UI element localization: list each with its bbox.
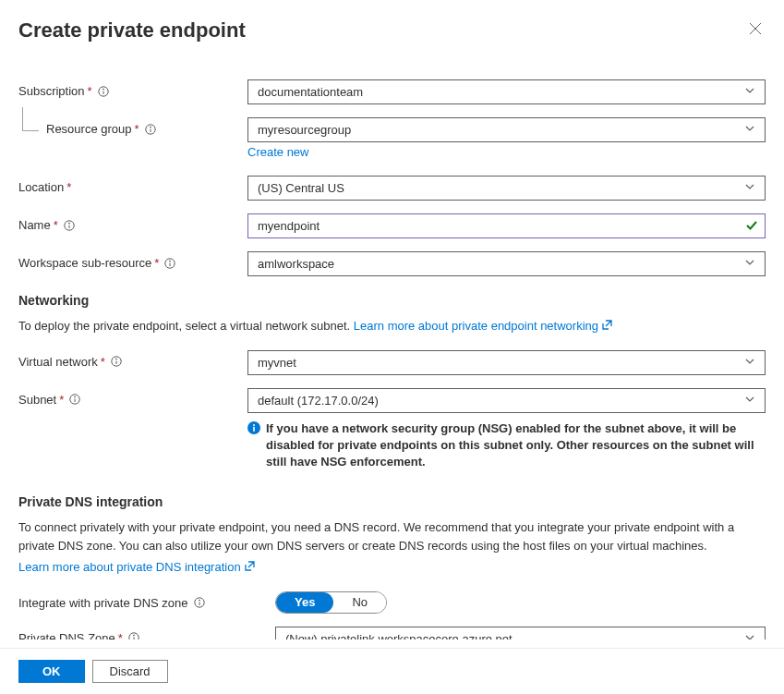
networking-section-title: Networking	[18, 293, 766, 308]
required-indicator: *	[118, 631, 123, 639]
toggle-yes[interactable]: Yes	[276, 592, 333, 613]
info-icon[interactable]	[69, 394, 80, 405]
chevron-down-icon	[744, 123, 755, 137]
dns-learn-more-link[interactable]: Learn more about private DNS integration	[18, 560, 255, 574]
dns-description: To connect privately with your private e…	[18, 518, 766, 554]
svg-point-5	[68, 223, 69, 224]
svg-rect-14	[253, 426, 255, 431]
svg-point-9	[115, 359, 116, 359]
chevron-down-icon	[744, 85, 755, 99]
svg-point-13	[253, 424, 255, 426]
subnet-label: Subnet	[18, 393, 56, 407]
required-indicator: *	[135, 122, 139, 136]
integrate-dns-toggle[interactable]: Yes No	[275, 591, 387, 614]
external-link-icon	[602, 317, 612, 335]
location-label: Location	[18, 180, 64, 194]
chevron-down-icon	[744, 257, 755, 271]
chevron-down-icon	[744, 394, 755, 408]
subscription-label: Subscription	[18, 84, 85, 98]
info-icon[interactable]	[164, 258, 175, 269]
subscription-select[interactable]: documentationteam	[247, 79, 766, 104]
networking-learn-more-link[interactable]: Learn more about private endpoint networ…	[354, 319, 612, 333]
svg-point-1	[103, 89, 103, 90]
required-indicator: *	[88, 84, 92, 98]
dns-zone-label: Private DNS Zone	[18, 631, 115, 639]
virtual-network-value: myvnet	[258, 356, 296, 370]
tree-connector	[22, 107, 39, 131]
chevron-down-icon	[744, 632, 755, 639]
dns-zone-select[interactable]: (New) privatelink.workspacecore.azure.ne…	[275, 627, 766, 639]
svg-point-7	[170, 261, 171, 262]
toggle-no[interactable]: No	[333, 592, 386, 613]
integrate-dns-label: Integrate with private DNS zone	[18, 596, 188, 610]
required-indicator: *	[154, 256, 159, 270]
chevron-down-icon	[744, 181, 755, 195]
info-icon[interactable]	[111, 356, 122, 367]
workspace-sub-value: amlworkspace	[258, 257, 334, 271]
resource-group-select[interactable]: myresourcegroup	[247, 117, 766, 142]
info-icon[interactable]	[194, 597, 205, 608]
close-button[interactable]	[745, 18, 766, 42]
svg-point-11	[75, 396, 76, 397]
svg-point-16	[199, 600, 199, 601]
workspace-sub-select[interactable]: amlworkspace	[247, 251, 766, 276]
resource-group-value: myresourcegroup	[258, 123, 351, 137]
name-label: Name	[18, 218, 51, 232]
ok-button[interactable]: OK	[18, 660, 85, 683]
external-link-icon	[245, 558, 255, 577]
info-blue-icon	[247, 421, 260, 434]
subnet-value: default (172.17.0.0/24)	[258, 394, 379, 408]
dns-section-title: Private DNS integration	[18, 494, 766, 509]
discard-button[interactable]: Discard	[92, 660, 168, 683]
subnet-select[interactable]: default (172.17.0.0/24)	[247, 388, 766, 413]
location-value: (US) Central US	[258, 181, 344, 195]
required-indicator: *	[59, 393, 64, 407]
nsg-info-text: If you have a network security group (NS…	[266, 420, 766, 471]
required-indicator: *	[66, 180, 71, 194]
nsg-info-box: If you have a network security group (NS…	[247, 415, 766, 471]
info-icon[interactable]	[64, 220, 75, 231]
check-icon	[745, 219, 758, 235]
location-select[interactable]: (US) Central US	[247, 176, 766, 201]
required-indicator: *	[54, 218, 58, 232]
page-title: Create private endpoint	[18, 18, 246, 43]
subscription-value: documentationteam	[258, 85, 363, 99]
svg-point-18	[133, 635, 134, 636]
required-indicator: *	[101, 355, 105, 369]
name-input[interactable]	[247, 213, 766, 238]
workspace-sub-label: Workspace sub-resource	[18, 256, 151, 270]
svg-point-3	[150, 127, 151, 128]
virtual-network-select[interactable]: myvnet	[247, 350, 766, 375]
chevron-down-icon	[744, 356, 755, 370]
info-icon[interactable]	[145, 124, 156, 135]
virtual-network-label: Virtual network	[18, 355, 98, 369]
create-new-link[interactable]: Create new	[247, 145, 308, 159]
info-icon[interactable]	[98, 86, 109, 97]
networking-description: To deploy the private endpoint, select a…	[18, 317, 766, 335]
resource-group-label: Resource group	[46, 122, 132, 136]
close-icon	[749, 22, 762, 35]
dns-zone-value: (New) privatelink.workspacecore.azure.ne…	[285, 632, 513, 639]
info-icon[interactable]	[128, 632, 139, 639]
